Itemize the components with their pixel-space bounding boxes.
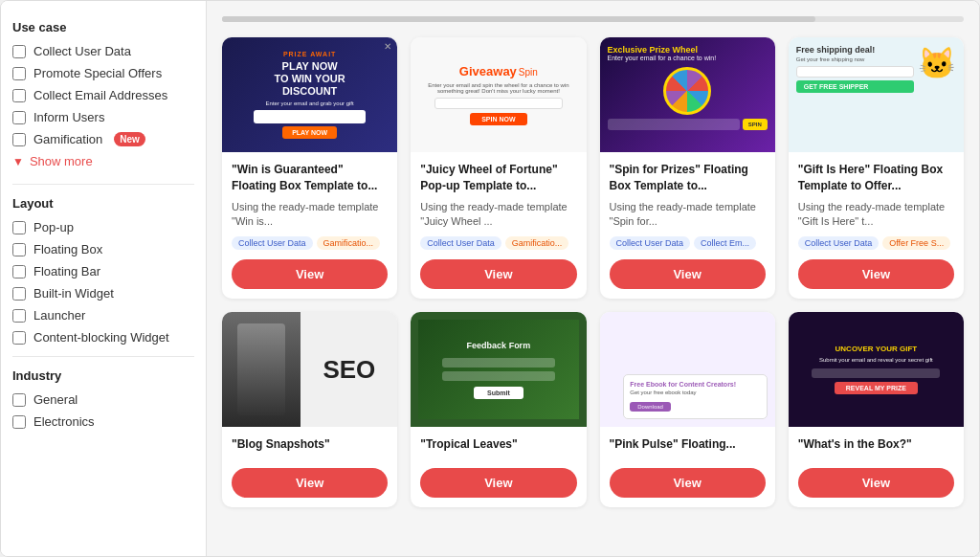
card-tropical-leaves: Feedback Form Submit "Tropical Leaves" V… bbox=[411, 312, 586, 507]
filter-label-built-in-widget: Built-in Widget bbox=[33, 286, 114, 301]
mascot-icon: 🐱 bbox=[918, 45, 956, 81]
main-content: ✕ PRIZE AWAIT PLAY NOWTO WIN YOURDISCOUN… bbox=[207, 1, 979, 556]
filter-label-general: General bbox=[33, 392, 78, 407]
new-badge: New bbox=[114, 132, 145, 146]
checkbox-floating-bar[interactable] bbox=[12, 265, 26, 278]
use-case-section-title: Use case bbox=[12, 20, 194, 34]
card-desc-3: Using the ready-made template "Spin for.… bbox=[610, 200, 766, 230]
view-button-6[interactable]: View bbox=[420, 468, 576, 498]
scrollbar[interactable] bbox=[222, 16, 964, 22]
view-button-8[interactable]: View bbox=[798, 468, 954, 498]
card-preview-tropical: Feedback Form Submit bbox=[411, 312, 586, 427]
view-button-5[interactable]: View bbox=[232, 468, 388, 498]
view-button-4[interactable]: View bbox=[798, 259, 954, 289]
card-body-3: "Spin for Prizes" Floating Box Template … bbox=[600, 152, 775, 299]
filter-collect-user-data[interactable]: Collect User Data bbox=[12, 44, 194, 58]
checkbox-electronics[interactable] bbox=[12, 415, 26, 429]
filter-label-launcher: Launcher bbox=[33, 308, 85, 323]
card-preview-blog: SEO bbox=[222, 312, 397, 427]
checkbox-collect-email[interactable] bbox=[12, 89, 26, 102]
checkbox-popup[interactable] bbox=[12, 221, 26, 234]
card-gift-here: Free shipping deal! Get your free shippi… bbox=[789, 37, 964, 299]
card-preview-pink: Free Ebook for Content Creators! Get you… bbox=[600, 312, 775, 427]
chevron-down-icon: ▼ bbox=[12, 155, 24, 168]
filter-label-promote-special-offers: Promote Special Offers bbox=[33, 66, 162, 80]
checkbox-general[interactable] bbox=[12, 393, 26, 407]
card-body-1: "Win is Guaranteed" Floating Box Templat… bbox=[222, 152, 397, 299]
filter-launcher[interactable]: Launcher bbox=[12, 308, 194, 323]
checkbox-built-in-widget[interactable] bbox=[12, 287, 26, 301]
card-tags-1: Collect User Data Gamificatio... bbox=[232, 236, 388, 250]
filter-gamification[interactable]: Gamification New bbox=[12, 132, 194, 146]
filter-label-floating-bar: Floating Bar bbox=[33, 264, 100, 278]
card-title-3: "Spin for Prizes" Floating Box Template … bbox=[610, 162, 766, 194]
filter-floating-box[interactable]: Floating Box bbox=[12, 242, 194, 256]
card-preview-shipping: Free shipping deal! Get your free shippi… bbox=[789, 37, 964, 152]
card-preview-win: ✕ PRIZE AWAIT PLAY NOWTO WIN YOURDISCOUN… bbox=[222, 37, 397, 152]
scrollbar-thumb bbox=[222, 16, 815, 22]
card-title-8: "What's in the Box?" bbox=[798, 436, 954, 453]
app-container: Use case Collect User Data Promote Speci… bbox=[0, 0, 980, 557]
filter-general[interactable]: General bbox=[12, 392, 194, 407]
show-more-button[interactable]: ▼ Show more bbox=[12, 154, 194, 168]
card-desc-2: Using the ready-made template "Juicy Whe… bbox=[420, 200, 576, 230]
filter-collect-email[interactable]: Collect Email Addresses bbox=[12, 88, 194, 102]
show-more-label: Show more bbox=[30, 154, 93, 168]
filter-label-popup: Pop-up bbox=[33, 220, 74, 234]
filter-electronics[interactable]: Electronics bbox=[12, 414, 194, 429]
card-title-4: "Gift Is Here" Floating Box Template to … bbox=[798, 162, 954, 194]
card-desc-4: Using the ready-made template "Gift Is H… bbox=[798, 200, 954, 230]
card-win-guaranteed: ✕ PRIZE AWAIT PLAY NOWTO WIN YOURDISCOUN… bbox=[222, 37, 397, 299]
blog-seo-section: SEO bbox=[301, 312, 397, 427]
view-button-3[interactable]: View bbox=[610, 259, 766, 289]
filter-label-content-blocking: Content-blocking Widget bbox=[33, 330, 169, 345]
tag-1-2: Gamificatio... bbox=[317, 236, 381, 250]
filter-inform-users[interactable]: Inform Users bbox=[12, 110, 194, 124]
tag-2-2: Gamificatio... bbox=[505, 236, 569, 250]
filter-promote-special-offers[interactable]: Promote Special Offers bbox=[12, 66, 194, 80]
card-body-2: "Juicy Wheel of Fortune" Pop-up Template… bbox=[411, 152, 586, 299]
filter-label-floating-box: Floating Box bbox=[33, 242, 102, 256]
card-preview-giveaway: Giveaway Spin Enter your email and spin … bbox=[411, 37, 586, 152]
card-tags-4: Collect User Data Offer Free S... bbox=[798, 236, 954, 250]
checkbox-promote-special-offers[interactable] bbox=[12, 67, 26, 80]
card-title-6: "Tropical Leaves" bbox=[420, 436, 576, 453]
seo-text: SEO bbox=[323, 355, 375, 385]
card-pink-pulse: Free Ebook for Content Creators! Get you… bbox=[600, 312, 775, 507]
view-button-7[interactable]: View bbox=[610, 468, 766, 498]
checkbox-launcher[interactable] bbox=[12, 309, 26, 323]
tag-3-2: Collect Em... bbox=[694, 236, 756, 250]
card-body-5: "Blog Snapshots" View bbox=[222, 427, 397, 507]
filter-label-electronics: Electronics bbox=[33, 414, 95, 429]
tag-3-1: Collect User Data bbox=[610, 236, 691, 250]
filter-label-inform-users: Inform Users bbox=[33, 110, 104, 124]
filter-content-blocking[interactable]: Content-blocking Widget bbox=[12, 330, 194, 345]
filter-built-in-widget[interactable]: Built-in Widget bbox=[12, 286, 194, 301]
checkbox-floating-box[interactable] bbox=[12, 243, 26, 256]
view-button-2[interactable]: View bbox=[420, 259, 576, 289]
layout-section-title: Layout bbox=[12, 196, 194, 211]
blog-photo bbox=[222, 312, 301, 427]
card-grid: ✕ PRIZE AWAIT PLAY NOWTO WIN YOURDISCOUN… bbox=[222, 37, 964, 507]
card-title-2: "Juicy Wheel of Fortune" Pop-up Template… bbox=[420, 162, 576, 194]
sidebar: Use case Collect User Data Promote Speci… bbox=[1, 1, 207, 556]
industry-section-title: Industry bbox=[12, 368, 194, 383]
card-body-6: "Tropical Leaves" View bbox=[411, 427, 586, 507]
divider-2 bbox=[12, 356, 194, 357]
checkbox-collect-user-data[interactable] bbox=[12, 45, 26, 58]
view-button-1[interactable]: View bbox=[232, 259, 388, 289]
checkbox-content-blocking[interactable] bbox=[12, 331, 26, 345]
checkbox-inform-users[interactable] bbox=[12, 111, 26, 124]
card-title-7: "Pink Pulse" Floating... bbox=[610, 436, 766, 453]
card-body-7: "Pink Pulse" Floating... View bbox=[600, 427, 775, 507]
tag-4-1: Collect User Data bbox=[798, 236, 880, 250]
tag-1-1: Collect User Data bbox=[232, 236, 313, 250]
filter-popup[interactable]: Pop-up bbox=[12, 220, 194, 234]
checkbox-gamification[interactable] bbox=[12, 133, 26, 146]
card-spin-prizes: Exclusive Prize Wheel Enter your email f… bbox=[600, 37, 775, 299]
filter-label-gamification: Gamification bbox=[33, 132, 102, 146]
filter-label-collect-email: Collect Email Addresses bbox=[33, 88, 167, 102]
filter-floating-bar[interactable]: Floating Bar bbox=[12, 264, 194, 278]
close-icon: ✕ bbox=[384, 41, 391, 52]
card-preview-prize: Exclusive Prize Wheel Enter your email f… bbox=[600, 37, 775, 152]
